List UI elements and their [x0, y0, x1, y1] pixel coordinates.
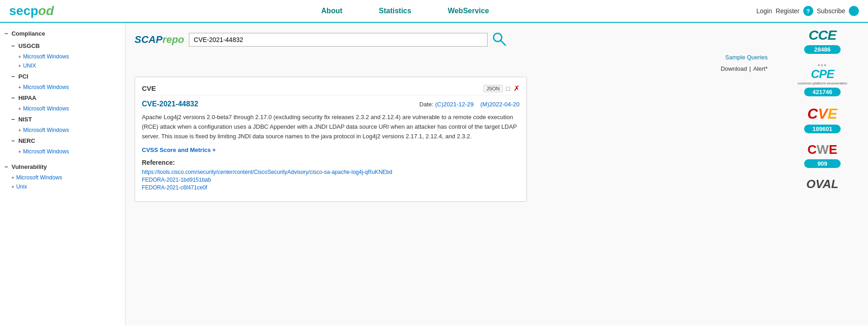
cce-widget: CCE 28486 [804, 27, 841, 54]
login-link[interactable]: Login [756, 7, 772, 15]
date-created: (C)2021-12-29 [435, 101, 474, 108]
layout: − Compliance − USGCB +Microsoft Windows … [0, 23, 868, 325]
repo-text: repo [162, 34, 184, 46]
svg-point-0 [851, 8, 857, 14]
cpe-count: 421746 [804, 88, 841, 96]
sidebar-hipaa-title[interactable]: − HIPAA [7, 92, 125, 104]
nav-statistics[interactable]: Statistics [379, 7, 411, 15]
cve-logo[interactable]: CVE [807, 105, 837, 122]
sidebar-nist-windows[interactable]: +Microsoft Windows [7, 126, 125, 135]
subscribe-link[interactable]: Subscribe [817, 7, 845, 15]
bar-separator: | [749, 65, 751, 72]
sidebar-usgcb: − USGCB +Microsoft Windows +UNIX [0, 40, 125, 70]
cwe-widget: CWE 909 [804, 142, 841, 168]
register-link[interactable]: Register [776, 7, 800, 15]
scap-repo-logo: SCAP repo [135, 34, 184, 46]
cve-card: CVE JSON □ ✗ CVE-2021-44832 Date: (C)202… [135, 77, 527, 202]
sidebar-usgcb-title[interactable]: − USGCB [7, 40, 125, 52]
cvss-link[interactable]: CVSS Score and Metrics + [142, 147, 216, 153]
cve-dates: Date: (C)2021-12-29 (M)2022-04-20 [419, 101, 520, 108]
logo-area: secpod [9, 4, 54, 18]
right-panel: CCE 28486 ●●● CPE common platform enumer… [777, 23, 868, 325]
main-nav: About Statistics WebService [54, 7, 756, 15]
sidebar-nerc-windows[interactable]: +Microsoft Windows [7, 147, 125, 156]
subscribe-icon [849, 6, 859, 16]
sample-queries: Sample Queries [135, 54, 768, 61]
close-icon[interactable]: ✗ [514, 84, 520, 93]
json-badge[interactable]: JSON [483, 85, 502, 92]
search-box [189, 30, 508, 49]
sidebar-vuln-unix[interactable]: +Unix [0, 182, 125, 191]
main-content: SCAP repo Sample Queries Download | Al [125, 23, 777, 325]
sidebar-nerc: − NERC +Microsoft Windows [0, 135, 125, 156]
sidebar-hipaa: − HIPAA +Microsoft Windows [0, 92, 125, 113]
ref-link-0[interactable]: https://tools.cisco.com/security/center/… [142, 169, 520, 175]
window-icon[interactable]: □ [506, 85, 510, 92]
help-icon[interactable]: ? [803, 6, 813, 16]
sidebar-vuln-windows[interactable]: +Microsoft Windows [0, 173, 125, 182]
oval-logo[interactable]: OVAL [806, 177, 838, 191]
header: secpod About Statistics WebService Login… [0, 0, 868, 23]
oval-widget: OVAL [806, 177, 838, 191]
search-button[interactable] [490, 30, 508, 49]
cve-card-header: CVE JSON □ ✗ [142, 84, 520, 95]
cve-id-line: CVE-2021-44832 Date: (C)2021-12-29 (M)20… [142, 100, 520, 108]
sidebar: − Compliance − USGCB +Microsoft Windows … [0, 23, 125, 325]
svg-line-2 [501, 41, 505, 45]
cpe-logo[interactable]: ●●● CPE common platform enumeration [798, 63, 847, 85]
date-label: Date: [419, 101, 433, 108]
sidebar-nist-title[interactable]: − NIST [7, 113, 125, 126]
search-icon [492, 31, 506, 46]
nav-about[interactable]: About [321, 7, 342, 15]
sidebar-usgcb-windows[interactable]: +Microsoft Windows [7, 52, 125, 61]
sidebar-vulnerability[interactable]: − Vulnerability [0, 161, 125, 173]
download-bar: Download | Alert* [135, 65, 768, 72]
ref-link-1[interactable]: FEDORA-2021-1bd9151bab [142, 177, 520, 183]
cpe-widget: ●●● CPE common platform enumeration 4217… [798, 63, 847, 96]
download-link[interactable]: Download [721, 65, 747, 72]
date-modified: (M)2022-04-20 [480, 101, 520, 108]
cve-widget: CVE 189601 [804, 105, 841, 133]
header-right: Login Register ? Subscribe [756, 6, 859, 16]
cpe-dots: ●●● [798, 63, 847, 67]
sidebar-nist: − NIST +Microsoft Windows [0, 113, 125, 135]
cve-count: 189601 [804, 125, 841, 133]
cwe-count: 909 [804, 159, 841, 168]
cce-logo[interactable]: CCE [809, 27, 836, 43]
cve-section-label: CVE [142, 84, 156, 92]
sidebar-compliance[interactable]: − Compliance [0, 27, 125, 40]
sidebar-hipaa-windows[interactable]: +Microsoft Windows [7, 104, 125, 113]
cwe-logo[interactable]: CWE [807, 142, 837, 157]
sidebar-pci: − PCI +Microsoft Windows [0, 70, 125, 92]
scap-text: SCAP [135, 34, 162, 46]
ref-link-2[interactable]: FEDORA-2021-c6f471ce0f [142, 184, 520, 191]
cpe-subtitle: common platform enumeration [798, 81, 847, 85]
sidebar-usgcb-unix[interactable]: +UNIX [7, 61, 125, 70]
search-area: SCAP repo [135, 30, 768, 49]
sidebar-nerc-title[interactable]: − NERC [7, 135, 125, 147]
cve-card-actions: JSON □ ✗ [483, 84, 520, 93]
cve-id: CVE-2021-44832 [142, 100, 198, 108]
nav-webservice[interactable]: WebService [448, 7, 489, 15]
cve-description: Apache Log4j2 versions 2.0-beta7 through… [142, 113, 520, 141]
reference-section: Reference: https://tools.cisco.com/secur… [142, 159, 520, 191]
alert-link[interactable]: Alert* [753, 65, 768, 72]
sidebar-pci-windows[interactable]: +Microsoft Windows [7, 83, 125, 92]
sample-queries-link[interactable]: Sample Queries [725, 54, 768, 61]
reference-label: Reference: [142, 159, 520, 166]
logo[interactable]: secpod [9, 4, 54, 18]
cvss-link-area: CVSS Score and Metrics + [142, 147, 520, 153]
cce-count: 28486 [804, 45, 841, 54]
sidebar-pci-title[interactable]: − PCI [7, 70, 125, 83]
search-input[interactable] [189, 33, 488, 47]
